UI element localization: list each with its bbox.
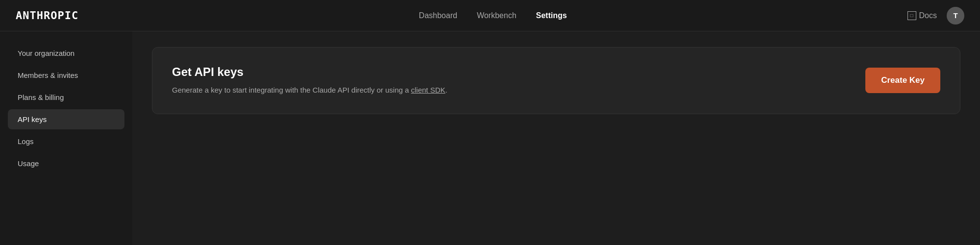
nav-workbench[interactable]: Workbench: [477, 9, 516, 22]
docs-label: Docs: [919, 11, 937, 20]
api-keys-description: Generate a key to start integrating with…: [172, 85, 447, 96]
api-keys-description-suffix: .: [445, 86, 447, 94]
topnav: ANTHROPIC Dashboard Workbench Settings □…: [0, 0, 980, 31]
logo: ANTHROPIC: [16, 9, 78, 22]
sidebar-item-logs[interactable]: Logs: [8, 131, 124, 151]
sidebar: Your organization Members & invites Plan…: [0, 31, 132, 245]
docs-icon: □: [907, 11, 916, 20]
nav-dashboard[interactable]: Dashboard: [419, 9, 457, 22]
nav-center: Dashboard Workbench Settings: [419, 9, 567, 22]
sidebar-item-usage[interactable]: Usage: [8, 153, 124, 173]
layout: Your organization Members & invites Plan…: [0, 31, 980, 245]
sidebar-item-plans-billing[interactable]: Plans & billing: [8, 87, 124, 107]
nav-settings[interactable]: Settings: [536, 9, 567, 22]
sidebar-item-members-invites[interactable]: Members & invites: [8, 65, 124, 85]
main-content: Get API keys Generate a key to start int…: [132, 31, 980, 245]
api-keys-description-prefix: Generate a key to start integrating with…: [172, 86, 411, 94]
avatar[interactable]: T: [947, 7, 964, 24]
docs-link[interactable]: □ Docs: [907, 11, 937, 20]
sidebar-item-your-organization[interactable]: Your organization: [8, 43, 124, 63]
client-sdk-link[interactable]: client SDK: [411, 86, 445, 94]
sidebar-item-api-keys[interactable]: API keys: [8, 109, 124, 129]
nav-right: □ Docs T: [907, 7, 964, 24]
api-keys-title: Get API keys: [172, 65, 447, 79]
create-key-button[interactable]: Create Key: [865, 68, 940, 93]
api-keys-card: Get API keys Generate a key to start int…: [152, 47, 960, 114]
api-keys-content: Get API keys Generate a key to start int…: [172, 65, 447, 96]
